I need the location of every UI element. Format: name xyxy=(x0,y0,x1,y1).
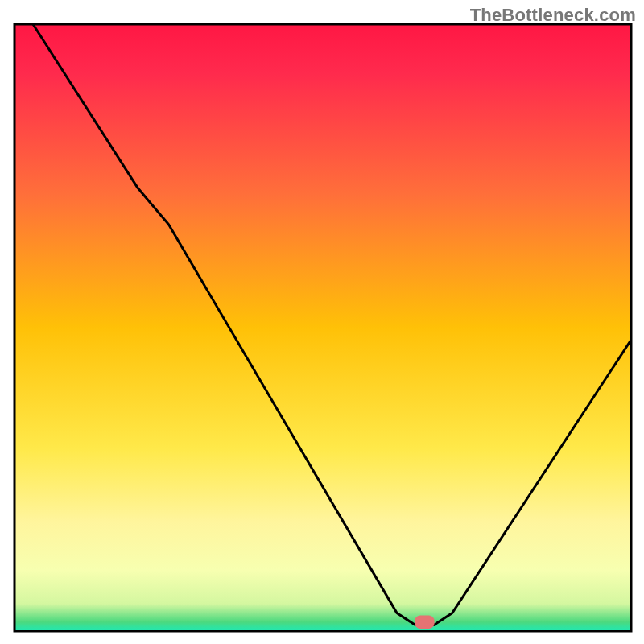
minimum-marker xyxy=(415,615,435,629)
plot-area xyxy=(14,24,631,631)
chart-svg xyxy=(0,0,644,644)
chart-container: TheBottleneck.com xyxy=(0,0,644,644)
background-gradient xyxy=(14,24,631,631)
watermark-text: TheBottleneck.com xyxy=(470,5,636,26)
